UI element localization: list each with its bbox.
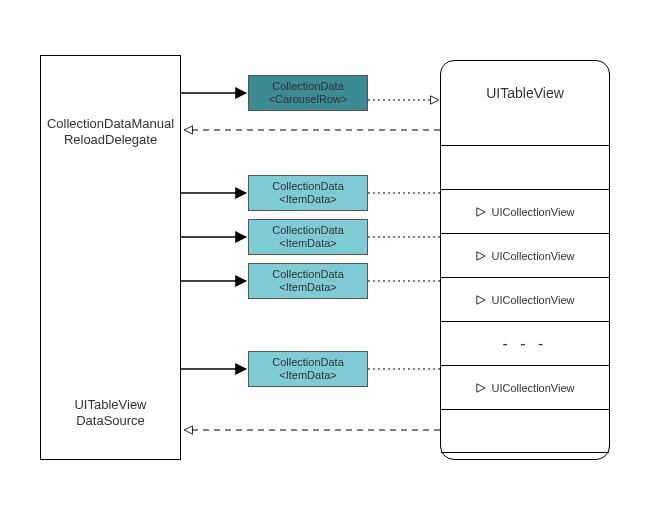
delegate-box: CollectionDataManual ReloadDelegate UITa… bbox=[40, 55, 181, 460]
uitableview-box: UITableView UICollectionView UICollectio… bbox=[440, 60, 610, 460]
cd1-l2: <ItemData> bbox=[279, 193, 336, 205]
cd3-l1: CollectionData bbox=[272, 268, 344, 280]
row-cv2-label: UICollectionView bbox=[492, 250, 575, 262]
delegate-bot-l1: UITableView bbox=[74, 397, 146, 412]
delegate-label-top: CollectionDataManual ReloadDelegate bbox=[41, 116, 180, 149]
tablerow-cv-4: UICollectionView bbox=[441, 365, 609, 409]
row-arrow-icon bbox=[476, 295, 486, 305]
collectiondata-item-1: CollectionData <ItemData> bbox=[248, 175, 368, 211]
uitableview-title: UITableView bbox=[441, 85, 609, 101]
cd3-l2: <ItemData> bbox=[279, 281, 336, 293]
delegate-top-l2: ReloadDelegate bbox=[64, 132, 157, 147]
delegate-top-l1: CollectionDataManual bbox=[47, 116, 174, 131]
collectiondata-carouselrow: CollectionData <CarouselRow> bbox=[248, 75, 368, 111]
cd2-l2: <ItemData> bbox=[279, 237, 336, 249]
cd4-l1: CollectionData bbox=[272, 356, 344, 368]
collectiondata-item-3: CollectionData <ItemData> bbox=[248, 263, 368, 299]
row-arrow-icon bbox=[476, 251, 486, 261]
tablerow-cv-3: UICollectionView bbox=[441, 277, 609, 321]
row-dots-label: - - - bbox=[503, 335, 548, 353]
collectiondata-item-2: CollectionData <ItemData> bbox=[248, 219, 368, 255]
row-cv4-label: UICollectionView bbox=[492, 382, 575, 394]
cd2-l1: CollectionData bbox=[272, 224, 344, 236]
cd0-l1: CollectionData bbox=[272, 80, 344, 92]
delegate-label-bottom: UITableView DataSource bbox=[41, 397, 180, 430]
diagram-canvas: CollectionDataManual ReloadDelegate UITa… bbox=[0, 0, 656, 506]
cd0-l2: <CarouselRow> bbox=[269, 93, 348, 105]
tablerow-blank-bottom bbox=[441, 409, 609, 453]
row-arrow-icon bbox=[476, 383, 486, 393]
tablerow-blank-top bbox=[441, 145, 609, 189]
row-cv3-label: UICollectionView bbox=[492, 294, 575, 306]
cd4-l2: <ItemData> bbox=[279, 369, 336, 381]
tablerow-cv-1: UICollectionView bbox=[441, 189, 609, 233]
tablerow-ellipsis: - - - bbox=[441, 321, 609, 365]
delegate-bot-l2: DataSource bbox=[76, 413, 145, 428]
collectiondata-item-4: CollectionData <ItemData> bbox=[248, 351, 368, 387]
row-arrow-icon bbox=[476, 207, 486, 217]
row-cv1-label: UICollectionView bbox=[492, 206, 575, 218]
cd1-l1: CollectionData bbox=[272, 180, 344, 192]
tablerow-cv-2: UICollectionView bbox=[441, 233, 609, 277]
